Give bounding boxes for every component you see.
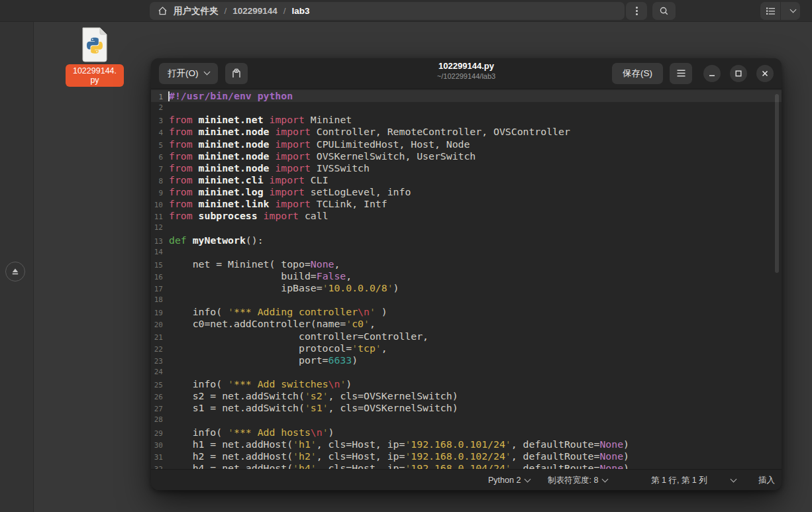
- insert-mode-indicator[interactable]: 插入: [758, 470, 775, 490]
- code-line: 4from mininet.node import Controller, Re…: [151, 126, 782, 138]
- code-line-content: port=6633): [169, 354, 358, 366]
- file-name-label: 102299144. py: [66, 64, 124, 87]
- code-line: 8from mininet.cli import CLI: [151, 174, 782, 186]
- file-icon-102299144-py[interactable]: 102299144. py: [66, 26, 124, 87]
- line-number: 30: [151, 440, 163, 452]
- cursor-position[interactable]: 第 1 行, 第 1 列: [651, 470, 707, 490]
- language-selector[interactable]: Python 2: [488, 470, 530, 490]
- goto-line-button[interactable]: [731, 470, 736, 490]
- breadcrumb-separator: /: [283, 6, 286, 16]
- line-number: 24: [151, 366, 163, 378]
- line-number: 16: [151, 272, 163, 283]
- code-line-content: info( '*** Adding controller\n' ): [169, 306, 387, 318]
- code-line: 15 net = Mininet( topo=None,: [151, 258, 782, 270]
- code-line: 23 port=6633): [151, 354, 782, 366]
- open-button-label: 打开(O): [168, 68, 199, 79]
- code-line: 2: [151, 102, 782, 114]
- code-line: 25 info( '*** Add switches\n'): [151, 378, 782, 390]
- language-label: Python 2: [488, 476, 521, 485]
- code-line-content: from mininet.log import setLogLevel, inf…: [169, 186, 411, 198]
- code-line: 9from mininet.log import setLogLevel, in…: [151, 186, 782, 198]
- breadcrumb-item-102299144[interactable]: 102299144: [232, 6, 278, 16]
- code-line-content: #!/usr/bin/env python: [169, 90, 293, 102]
- code-line: 17 ipBase='10.0.0.0/8'): [151, 282, 782, 294]
- code-area[interactable]: 1#!/usr/bin/env python23from mininet.net…: [151, 89, 782, 469]
- new-tab-icon: [231, 68, 242, 79]
- line-number: 18: [151, 294, 163, 306]
- maximize-button[interactable]: [730, 65, 747, 82]
- line-number: 12: [151, 222, 163, 234]
- code-line: 26 s2 = net.addSwitch('s2', cls=OVSKerne…: [151, 390, 782, 402]
- code-line: 18: [151, 294, 782, 306]
- code-line: 30 h1 = net.addHost('h1', cls=Host, ip='…: [151, 438, 782, 450]
- home-icon: [158, 6, 168, 16]
- code-line-content: from mininet.link import TCLink, Intf: [169, 198, 387, 210]
- main-menu-button[interactable]: [670, 63, 692, 84]
- code-line-content: from mininet.node import CPULimitedHost,…: [169, 138, 470, 150]
- close-button[interactable]: [756, 65, 774, 82]
- file-manager-toolbar: 用户文件夹 / 102299144 / lab3: [0, 0, 812, 22]
- tab-width-selector[interactable]: 制表符宽度: 8: [548, 470, 607, 490]
- maximize-icon: [735, 70, 742, 77]
- vertical-scrollbar-thumb[interactable]: [775, 94, 779, 273]
- save-button[interactable]: 保存(S): [612, 63, 663, 84]
- cursor-position-label: 第 1 行, 第 1 列: [651, 475, 707, 486]
- editor-headerbar: 打开(O) 102299144.py ~/102299144/lab3 保存(S…: [151, 58, 782, 89]
- code-line-content: info( '*** Add hosts\n'): [169, 427, 334, 438]
- tab-width-label: 制表符宽度: 8: [548, 475, 598, 486]
- document-path: ~/102299144/lab3: [367, 73, 566, 80]
- code-line: 16 build=False,: [151, 270, 782, 282]
- breadcrumb: 用户文件夹 / 102299144 / lab3: [150, 2, 625, 20]
- code-line: 10from mininet.link import TCLink, Intf: [151, 198, 782, 210]
- breadcrumb-separator: /: [225, 6, 227, 16]
- file-manager-sidebar: [0, 22, 34, 512]
- minimize-button[interactable]: [703, 65, 721, 82]
- line-number: 25: [151, 380, 163, 391]
- breadcrumb-item-home-folder[interactable]: 用户文件夹: [174, 5, 219, 17]
- line-number: 7: [151, 164, 163, 176]
- code-line-content: h2 = net.addHost('h2', cls=Host, ip='192…: [169, 450, 629, 462]
- line-number: 29: [151, 428, 163, 440]
- code-line-content: s1 = net.addSwitch('s1', cls=OVSKernelSw…: [169, 402, 458, 414]
- search-button[interactable]: [652, 2, 676, 20]
- code-line: 1#!/usr/bin/env python: [151, 90, 782, 102]
- editor-window: 打开(O) 102299144.py ~/102299144/lab3 保存(S…: [151, 58, 782, 490]
- breadcrumb-item-lab3[interactable]: lab3: [292, 6, 310, 16]
- eject-icon: [11, 268, 19, 276]
- code-line: 32 h4 = net.addHost('h4', cls=Host, ip='…: [151, 462, 782, 469]
- chevron-down-icon: [731, 476, 737, 482]
- code-line-content: info( '*** Add switches\n'): [169, 378, 352, 390]
- code-line-content: protocol='tcp',: [169, 342, 387, 354]
- code-line-content: s2 = net.addSwitch('s2', cls=OVSKernelSw…: [169, 390, 458, 402]
- chevron-down-icon: [789, 7, 796, 13]
- code-line: 12: [151, 222, 782, 234]
- code-line: 29 info( '*** Add hosts\n'): [151, 427, 782, 438]
- insert-mode-label: 插入: [758, 475, 775, 486]
- line-number: 2: [151, 102, 163, 114]
- view-menu-button[interactable]: [780, 2, 800, 20]
- code-line: 6from mininet.node import OVSKernelSwitc…: [151, 150, 782, 162]
- view-options-group: [760, 2, 800, 20]
- eject-volume-button[interactable]: [5, 262, 25, 282]
- line-number: 3: [151, 115, 163, 127]
- list-view-icon: [766, 7, 776, 15]
- file-name-line1: 102299144.: [68, 66, 121, 76]
- list-view-button[interactable]: [760, 2, 780, 20]
- code-line-content: from mininet.node import OVSKernelSwitch…: [169, 150, 476, 162]
- code-line-content: def myNetwork():: [169, 234, 264, 246]
- open-button[interactable]: 打开(O): [159, 63, 218, 84]
- code-line-content: from mininet.net import Mininet: [169, 114, 352, 126]
- code-line-content: from subprocess import call: [169, 210, 329, 222]
- code-line: 31 h2 = net.addHost('h2', cls=Host, ip='…: [151, 450, 782, 462]
- file-name-line2: py: [68, 76, 121, 85]
- code-line: 22 protocol='tcp',: [151, 342, 782, 354]
- code-line-content: h1 = net.addHost('h1', cls=Host, ip='192…: [169, 438, 629, 450]
- close-icon: [762, 70, 768, 77]
- code-lines: 1#!/usr/bin/env python23from mininet.net…: [151, 90, 782, 469]
- line-number: 8: [151, 176, 163, 187]
- path-menu-button[interactable]: [626, 2, 647, 20]
- code-line: 20 c0=net.addController(name='c0',: [151, 318, 782, 330]
- new-tab-button[interactable]: [225, 63, 248, 84]
- kebab-icon: [636, 10, 638, 12]
- line-number: 5: [151, 140, 163, 152]
